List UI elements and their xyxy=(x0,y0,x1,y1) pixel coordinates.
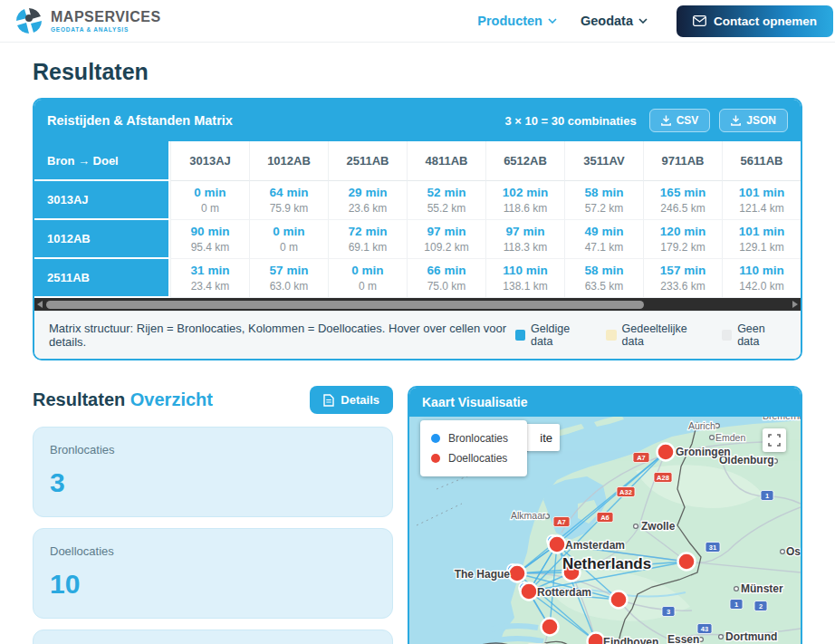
stat-value: 3 xyxy=(50,467,376,498)
matrix-cell[interactable]: 110 min138.1 km xyxy=(485,259,564,298)
scrollbar-thumb[interactable] xyxy=(46,301,644,309)
cell-distance: 75.0 km xyxy=(427,280,466,293)
cell-distance: 63.0 km xyxy=(270,280,309,293)
map-column: Kaart Visualisatie xyxy=(408,386,802,644)
matrix-cell[interactable]: 0 min0 m xyxy=(249,220,328,259)
cell-distance: 179.2 km xyxy=(660,241,705,254)
nav-producten[interactable]: Producten xyxy=(477,14,557,28)
scroll-left-arrow[interactable] xyxy=(37,301,43,308)
matrix-row-header: 2511AB xyxy=(34,259,170,298)
json-download-button[interactable]: JSON xyxy=(719,109,788,132)
overview-title-primary: Resultaten xyxy=(33,389,125,409)
map-legend: BronlocatiesDoellocaties xyxy=(420,420,527,476)
matrix-cell[interactable]: 57 min63.0 km xyxy=(249,259,328,298)
matrix-cell[interactable]: 101 min121.4 km xyxy=(722,181,801,220)
cell-duration: 58 min xyxy=(585,186,624,199)
matrix-cell[interactable]: 97 min118.3 km xyxy=(485,220,564,259)
horizontal-scrollbar[interactable] xyxy=(34,298,801,311)
city-label: Eindhoven xyxy=(603,636,658,644)
matrix-cell[interactable]: 31 min23.4 km xyxy=(170,259,249,298)
destination-marker xyxy=(610,591,628,609)
matrix-cell[interactable]: 58 min57.2 km xyxy=(564,181,643,220)
logo-subtitle: GEODATA & ANALYSIS xyxy=(51,26,161,33)
road-shield-label: 43 xyxy=(701,625,708,633)
city-dot xyxy=(781,550,785,554)
cell-distance: 246.5 km xyxy=(660,202,705,215)
matrix-cell[interactable]: 90 min95.4 km xyxy=(170,220,249,259)
matrix-column-header: 6512AB xyxy=(485,141,564,181)
cell-distance: 118.3 km xyxy=(504,241,547,254)
cell-distance: 57.2 km xyxy=(585,202,624,215)
stat-value: 10 xyxy=(50,569,376,600)
cell-duration: 97 min xyxy=(427,225,466,238)
destination-marker xyxy=(521,583,538,601)
matrix-cell[interactable]: 97 min109.2 km xyxy=(407,220,485,259)
cell-duration: 0 min xyxy=(194,186,226,199)
matrix-legend-item: Geldige data xyxy=(515,322,590,348)
city-label: Zwolle xyxy=(641,520,676,533)
details-button[interactable]: Details xyxy=(310,386,393,414)
matrix-panel: Reistijden & Afstanden Matrix 3 × 10 = 3… xyxy=(33,98,802,360)
matrix-column-header: 1012AB xyxy=(249,141,328,181)
chevron-down-icon xyxy=(638,18,648,24)
map-panel-title: Kaart Visualisatie xyxy=(409,388,801,417)
matrix-cell[interactable]: 102 min118.6 km xyxy=(485,181,564,220)
city-label: Dortmund xyxy=(725,630,777,643)
matrix-cell[interactable]: 29 min23.6 km xyxy=(328,181,407,220)
city-dot xyxy=(734,587,739,591)
city-dot xyxy=(719,635,724,639)
matrix-cell[interactable]: 66 min75.0 km xyxy=(407,259,485,298)
map-canvas[interactable]: A7A28A32A7A613131243E19 BremerhavenAuric… xyxy=(409,417,801,644)
matrix-cell[interactable]: 64 min75.9 km xyxy=(249,181,328,220)
nav-geodata[interactable]: Geodata xyxy=(581,14,648,28)
stat-label: Bronlocaties xyxy=(50,443,376,457)
fullscreen-button[interactable] xyxy=(763,428,786,452)
city-label: Groningen xyxy=(676,446,731,458)
matrix-column-header: 3013AJ xyxy=(170,141,249,181)
satellite-control-label: ite xyxy=(540,431,552,445)
matrix-cell[interactable]: 72 min69.1 km xyxy=(328,220,407,259)
cell-duration: 0 min xyxy=(351,264,383,277)
city-dot xyxy=(634,524,638,529)
cell-duration: 58 min xyxy=(585,264,624,277)
nav-producten-label: Producten xyxy=(477,14,542,28)
matrix-cell[interactable]: 0 min0 m xyxy=(328,259,407,298)
contact-button[interactable]: Contact opnemen xyxy=(677,5,833,37)
matrix-cell[interactable]: 120 min179.2 km xyxy=(643,220,722,259)
cell-distance: 0 m xyxy=(280,241,298,254)
road-shield-label: 3 xyxy=(667,608,670,616)
city-label: Bremerhaven xyxy=(763,417,801,421)
cell-distance: 118.6 km xyxy=(504,202,547,215)
top-navigation-bar: MAPSERVICES GEODATA & ANALYSIS Producten… xyxy=(0,0,835,43)
matrix-cell[interactable]: 58 min63.5 km xyxy=(564,259,643,298)
road-shield-label: 31 xyxy=(709,543,716,552)
cell-distance: 55.2 km xyxy=(427,202,466,215)
scroll-right-arrow[interactable] xyxy=(792,301,798,308)
cell-duration: 110 min xyxy=(739,264,784,277)
matrix-cell[interactable]: 49 min47.1 km xyxy=(564,220,643,259)
legend-dot xyxy=(431,434,440,443)
matrix-legend-item: Geen data xyxy=(722,322,786,348)
legend-dot xyxy=(431,454,440,463)
matrix-row-header: 3013AJ xyxy=(34,181,170,220)
csv-download-button[interactable]: CSV xyxy=(649,109,711,132)
cell-distance: 142.0 km xyxy=(739,280,783,293)
map-legend-label: Doellocaties xyxy=(448,452,507,465)
logo[interactable]: MAPSERVICES GEODATA & ANALYSIS xyxy=(14,6,161,35)
matrix-column-header: 2511AB xyxy=(328,141,407,181)
map-legend-item: Doellocaties xyxy=(431,448,527,468)
matrix-cell[interactable]: 0 min0 m xyxy=(170,181,249,220)
matrix-cell[interactable]: 157 min233.6 km xyxy=(643,259,722,298)
cell-distance: 47.1 km xyxy=(585,241,624,254)
matrix-cell[interactable]: 52 min55.2 km xyxy=(407,181,485,220)
matrix-cell[interactable]: 110 min142.0 km xyxy=(722,259,801,298)
road-shield-label: A28 xyxy=(657,474,669,482)
cell-duration: 120 min xyxy=(660,225,705,238)
city-label: Münster xyxy=(741,582,783,595)
stat-card: Doellocaties10 xyxy=(33,528,393,619)
csv-button-label: CSV xyxy=(677,114,699,127)
matrix-cell[interactable]: 101 min129.1 km xyxy=(722,220,801,259)
main-nav: Producten Geodata Contact opnemen xyxy=(477,5,833,37)
matrix-cell[interactable]: 165 min246.5 km xyxy=(643,181,722,220)
matrix-column-header: 3511AV xyxy=(564,141,643,181)
